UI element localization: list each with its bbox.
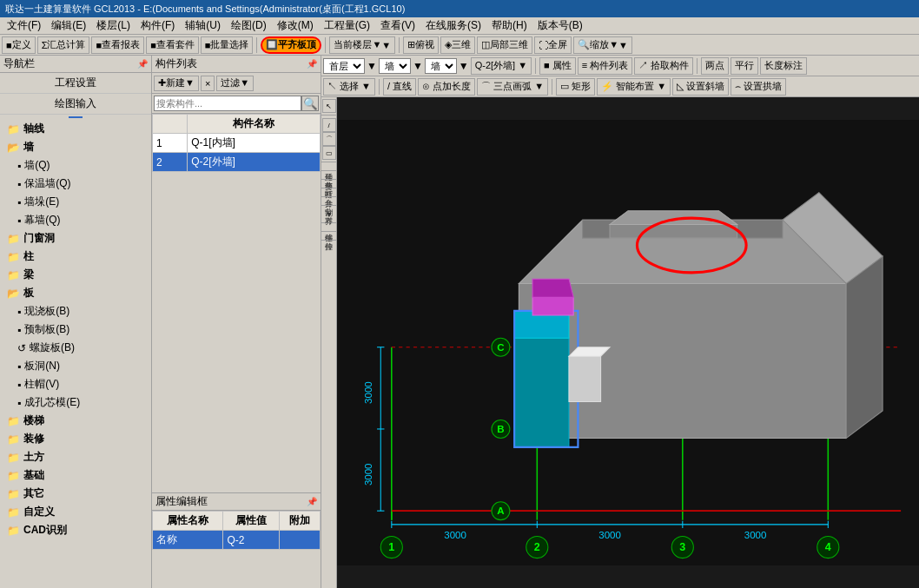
nav-item-beam[interactable]: 📁 梁 [0, 266, 151, 284]
btn-line[interactable]: / 直线 [383, 78, 416, 96]
table-row[interactable]: 1 Q-1[内墙] [153, 134, 321, 153]
btn-new-component[interactable]: ✚ 新建▼ [154, 76, 199, 91]
label-split[interactable]: 分割 [323, 200, 334, 203]
label-stretch[interactable]: 拉伸 [323, 235, 334, 238]
item-icon-spiral-slab: ↺ [17, 342, 26, 354]
nav-item-stair[interactable]: 📁 楼梯 [0, 412, 151, 430]
btn-component-dropdown[interactable]: Q-2[外墙] ▼ [471, 57, 532, 75]
label-offset[interactable]: 偏移 [323, 226, 334, 229]
nav-item-decoration[interactable]: 📁 装修 [0, 430, 151, 448]
btn-calculate[interactable]: Σ 汇总计算 [37, 36, 90, 54]
btn-set-slope-wall[interactable]: ◺ 设置斜墙 [672, 78, 729, 96]
menu-modify[interactable]: 修改(M) [272, 17, 319, 35]
type-select-1[interactable]: 墙 [379, 58, 411, 74]
btn-define[interactable]: ■ 定义 [2, 36, 36, 54]
btn-zoom[interactable]: 🔍 缩放▼ ▼ [573, 36, 632, 54]
btn-fullscreen[interactable]: ⛶ 全屏 [534, 36, 572, 54]
btn-pick-component[interactable]: ↗ 拾取构件 [634, 57, 693, 75]
nav-item-cast-slab[interactable]: ▪ 现浇板(B) [0, 302, 151, 320]
sep-d2 [552, 79, 552, 95]
side-tool-select[interactable]: ↖ [322, 99, 336, 113]
label-extend[interactable]: 延伸 [323, 165, 334, 168]
label-align[interactable]: 对齐▼ [323, 208, 334, 221]
btn-two-point[interactable]: 两点 [701, 57, 729, 75]
nav-item-openings[interactable]: 📁 门窗洞 [0, 229, 151, 248]
nav-item-custom[interactable]: 📁 自定义 [0, 503, 151, 521]
nav-item-wall-pier[interactable]: ▪ 墙垛(E) [0, 193, 151, 211]
btn-component-list[interactable]: ≡ 构件列表 [578, 57, 632, 75]
menu-component[interactable]: 构件(F) [136, 17, 180, 35]
btn-point-length[interactable]: ⊙ 点加长度 [418, 78, 475, 96]
btn-arc[interactable]: ⌒ 三点画弧 ▼ [477, 78, 548, 96]
menu-bar: 文件(F) 编辑(E) 楼层(L) 构件(F) 辅轴(U) 绘图(D) 修改(M… [0, 17, 919, 35]
btn-batch-select[interactable]: ■ 批量选择 [201, 36, 254, 54]
search-input[interactable] [154, 96, 301, 111]
side-tool-draw[interactable]: / [322, 118, 336, 132]
search-button[interactable]: 🔍 [301, 96, 319, 111]
nav-item-slab-hole[interactable]: ▪ 板洞(N) [0, 357, 151, 375]
nav-item-earthwork[interactable]: 📁 土方 [0, 448, 151, 466]
nav-item-slab[interactable]: 📂 板 [0, 284, 151, 302]
nav-item-curtain-wall[interactable]: ▪ 幕墙(Q) [0, 211, 151, 229]
btn-top-view[interactable]: ⊞ 俯视 [403, 36, 439, 54]
prop-panel-title: 属性编辑框 [155, 494, 208, 509]
btn-select-mode[interactable]: ↖ 选择 ▼ [323, 78, 375, 96]
nav-item-wall[interactable]: 📂 墙 [0, 138, 151, 156]
btn-parallel[interactable]: 平行 [731, 57, 758, 75]
menu-file[interactable]: 文件(F) [2, 17, 46, 35]
menu-view[interactable]: 查看(V) [375, 17, 420, 35]
btn-length-mark[interactable]: 长度标注 [760, 57, 807, 75]
nav-item-void-form[interactable]: ▪ 成孔芯模(E) [0, 393, 151, 412]
label-trim[interactable]: 非修剪 [323, 174, 334, 177]
menu-version[interactable]: 版本号(B) [532, 17, 588, 35]
3d-view-canvas[interactable]: 3000 3000 3000 3000 3000 [337, 97, 919, 588]
menu-draw[interactable]: 绘图(D) [226, 17, 272, 35]
menu-online[interactable]: 在线服务(S) [420, 17, 486, 35]
prop-pin-icon[interactable]: 📌 [307, 497, 317, 506]
nav-pin-icon[interactable]: 📌 [137, 59, 148, 69]
nav-item-axis[interactable]: 📁 轴线 [0, 120, 151, 138]
label-merge[interactable]: 合并 [323, 191, 334, 195]
menu-aux-axis[interactable]: 辅轴(U) [180, 17, 226, 35]
menu-floor[interactable]: 楼层(L) [91, 17, 136, 35]
menu-help[interactable]: 帮助(H) [486, 17, 532, 35]
nav-item-cad[interactable]: 📁 CAD识别 [0, 521, 151, 539]
btn-rectangle[interactable]: ▭ 矩形 [556, 78, 595, 96]
btn-local-3d[interactable]: ◫ 局部三维 [477, 36, 532, 54]
comp-id-2: 2 [153, 153, 188, 172]
menu-quantity[interactable]: 工程量(G) [319, 17, 375, 35]
separator-3 [399, 37, 400, 53]
nav-item-column-cap[interactable]: ▪ 柱帽(V) [0, 375, 151, 393]
nav-item-insulation-wall[interactable]: ▪ 保温墙(Q) [0, 175, 151, 193]
nav-item-spiral-slab[interactable]: ↺ 螺旋板(B) [0, 339, 151, 357]
btn-properties[interactable]: ■ 属性 [539, 57, 576, 75]
svg-text:3: 3 [679, 541, 685, 553]
btn-view-report[interactable]: ■ 查看报表 [91, 36, 144, 54]
btn-set-arch-wall[interactable]: ⌢ 设置拱墙 [731, 78, 786, 96]
side-tool-rect[interactable]: ▭ [322, 146, 336, 160]
btn-delete-component[interactable]: × [201, 76, 215, 91]
nav-section-settings[interactable]: 工程设置 [0, 73, 151, 94]
btn-3d-view[interactable]: ◈ 三维 [440, 36, 475, 54]
nav-item-wall-q[interactable]: ▪ 墙(Q) [0, 156, 151, 175]
menu-edit[interactable]: 编辑(E) [46, 17, 91, 35]
btn-filter[interactable]: 过滤▼ [216, 76, 254, 91]
btn-flat-roof[interactable]: 🔲 平齐板顶 [261, 36, 321, 54]
comp-pin-icon[interactable]: 📌 [307, 59, 317, 69]
table-row[interactable]: 2 Q-2[外墙] [153, 153, 321, 172]
floor-select[interactable]: 首层 [323, 58, 365, 74]
label-break[interactable]: 打断 [323, 182, 334, 186]
draw-toolbar: ↖ 选择 ▼ / 直线 ⊙ 点加长度 ⌒ 三点画弧 ▼ ▭ 矩形 ⚡ 智能布置 … [321, 76, 919, 97]
nav-item-other[interactable]: 📁 其它 [0, 485, 151, 503]
nav-item-foundation[interactable]: 📁 基础 [0, 466, 151, 485]
btn-view-set[interactable]: ■ 查看套件 [146, 36, 199, 54]
nav-item-precast-slab[interactable]: ▪ 预制板(B) [0, 320, 151, 339]
nav-section-draw[interactable]: 绘图输入 [0, 94, 151, 115]
nav-item-column[interactable]: 📁 柱 [0, 248, 151, 266]
btn-smart-place[interactable]: ⚡ 智能布置 ▼ [597, 78, 671, 96]
btn-current-floor[interactable]: 当前楼层▼ ▼ [329, 36, 395, 54]
side-tool-arc[interactable]: ⌒ [322, 132, 336, 146]
prop-value-cell[interactable]: Q-2 [223, 531, 279, 550]
prop-row[interactable]: 名称 Q-2 [153, 531, 321, 550]
type-select-2[interactable]: 墙 [425, 58, 457, 74]
